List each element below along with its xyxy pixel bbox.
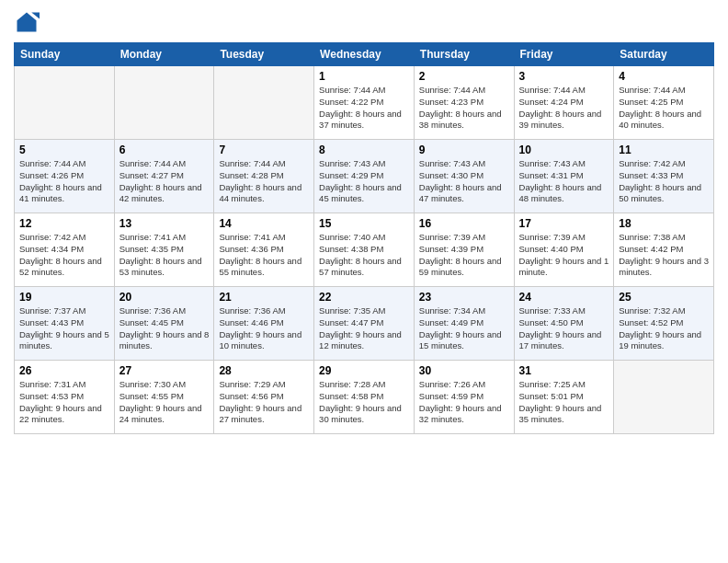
calendar-day-cell: 25Sunrise: 7:32 AM Sunset: 4:52 PM Dayli… xyxy=(614,287,714,361)
weekday-header: Friday xyxy=(514,43,614,66)
calendar-day-cell xyxy=(15,66,115,140)
logo-icon xyxy=(14,9,40,35)
day-info: Sunrise: 7:31 AM Sunset: 4:53 PM Dayligh… xyxy=(19,379,109,426)
day-info: Sunrise: 7:29 AM Sunset: 4:56 PM Dayligh… xyxy=(219,379,309,426)
day-number: 31 xyxy=(519,364,609,377)
day-number: 19 xyxy=(19,291,109,304)
day-number: 7 xyxy=(219,144,309,156)
page-container: SundayMondayTuesdayWednesdayThursdayFrid… xyxy=(0,0,728,563)
day-info: Sunrise: 7:43 AM Sunset: 4:29 PM Dayligh… xyxy=(319,158,409,205)
calendar-week-row: 12Sunrise: 7:42 AM Sunset: 4:34 PM Dayli… xyxy=(15,213,714,287)
day-info: Sunrise: 7:39 AM Sunset: 4:40 PM Dayligh… xyxy=(519,232,609,279)
day-number: 3 xyxy=(519,70,609,83)
calendar-week-row: 1Sunrise: 7:44 AM Sunset: 4:22 PM Daylig… xyxy=(15,66,714,140)
day-info: Sunrise: 7:44 AM Sunset: 4:22 PM Dayligh… xyxy=(319,85,409,132)
day-number: 13 xyxy=(119,217,210,230)
day-info: Sunrise: 7:42 AM Sunset: 4:33 PM Dayligh… xyxy=(619,158,709,205)
calendar-day-cell: 26Sunrise: 7:31 AM Sunset: 4:53 PM Dayli… xyxy=(15,361,115,434)
calendar-day-cell: 20Sunrise: 7:36 AM Sunset: 4:45 PM Dayli… xyxy=(114,287,214,361)
calendar-day-cell: 4Sunrise: 7:44 AM Sunset: 4:25 PM Daylig… xyxy=(614,66,714,140)
day-info: Sunrise: 7:44 AM Sunset: 4:27 PM Dayligh… xyxy=(119,158,210,205)
day-number: 11 xyxy=(619,144,709,156)
day-info: Sunrise: 7:44 AM Sunset: 4:25 PM Dayligh… xyxy=(619,85,709,132)
calendar-day-cell: 10Sunrise: 7:43 AM Sunset: 4:31 PM Dayli… xyxy=(514,140,614,213)
day-number: 28 xyxy=(219,364,309,377)
day-number: 12 xyxy=(19,217,109,230)
svg-marker-0 xyxy=(17,13,37,32)
day-info: Sunrise: 7:28 AM Sunset: 4:58 PM Dayligh… xyxy=(319,379,409,426)
day-info: Sunrise: 7:36 AM Sunset: 4:45 PM Dayligh… xyxy=(119,305,210,352)
day-info: Sunrise: 7:37 AM Sunset: 4:43 PM Dayligh… xyxy=(19,305,109,352)
calendar-day-cell: 30Sunrise: 7:26 AM Sunset: 4:59 PM Dayli… xyxy=(414,361,514,434)
page-header xyxy=(14,9,714,35)
calendar-day-cell: 12Sunrise: 7:42 AM Sunset: 4:34 PM Dayli… xyxy=(15,213,115,287)
calendar-day-cell: 17Sunrise: 7:39 AM Sunset: 4:40 PM Dayli… xyxy=(514,213,614,287)
day-number: 6 xyxy=(119,144,210,156)
calendar-day-cell: 7Sunrise: 7:44 AM Sunset: 4:28 PM Daylig… xyxy=(214,140,314,213)
calendar-day-cell: 23Sunrise: 7:34 AM Sunset: 4:49 PM Dayli… xyxy=(414,287,514,361)
day-number: 16 xyxy=(419,217,509,230)
day-info: Sunrise: 7:34 AM Sunset: 4:49 PM Dayligh… xyxy=(419,305,509,352)
weekday-header: Wednesday xyxy=(314,43,415,66)
day-number: 20 xyxy=(119,291,210,304)
day-info: Sunrise: 7:44 AM Sunset: 4:24 PM Dayligh… xyxy=(519,85,609,132)
calendar-week-row: 26Sunrise: 7:31 AM Sunset: 4:53 PM Dayli… xyxy=(15,361,714,434)
day-info: Sunrise: 7:39 AM Sunset: 4:39 PM Dayligh… xyxy=(419,232,509,279)
weekday-header: Thursday xyxy=(414,43,514,66)
day-number: 29 xyxy=(319,364,409,377)
day-info: Sunrise: 7:41 AM Sunset: 4:36 PM Dayligh… xyxy=(219,232,309,279)
day-number: 1 xyxy=(319,70,409,83)
calendar-week-row: 19Sunrise: 7:37 AM Sunset: 4:43 PM Dayli… xyxy=(15,287,714,361)
day-number: 5 xyxy=(19,144,109,156)
day-info: Sunrise: 7:33 AM Sunset: 4:50 PM Dayligh… xyxy=(519,305,609,352)
calendar-day-cell: 29Sunrise: 7:28 AM Sunset: 4:58 PM Dayli… xyxy=(314,361,415,434)
calendar-day-cell: 24Sunrise: 7:33 AM Sunset: 4:50 PM Dayli… xyxy=(514,287,614,361)
calendar-day-cell: 8Sunrise: 7:43 AM Sunset: 4:29 PM Daylig… xyxy=(314,140,415,213)
weekday-header: Tuesday xyxy=(214,43,314,66)
calendar-week-row: 5Sunrise: 7:44 AM Sunset: 4:26 PM Daylig… xyxy=(15,140,714,213)
day-info: Sunrise: 7:41 AM Sunset: 4:35 PM Dayligh… xyxy=(119,232,210,279)
calendar-table: SundayMondayTuesdayWednesdayThursdayFrid… xyxy=(14,42,714,434)
day-number: 24 xyxy=(519,291,609,304)
calendar-day-cell: 31Sunrise: 7:25 AM Sunset: 5:01 PM Dayli… xyxy=(514,361,614,434)
day-number: 4 xyxy=(619,70,709,83)
calendar-day-cell xyxy=(614,361,714,434)
calendar-day-cell: 13Sunrise: 7:41 AM Sunset: 4:35 PM Dayli… xyxy=(114,213,214,287)
calendar-day-cell: 14Sunrise: 7:41 AM Sunset: 4:36 PM Dayli… xyxy=(214,213,314,287)
calendar-day-cell: 15Sunrise: 7:40 AM Sunset: 4:38 PM Dayli… xyxy=(314,213,415,287)
day-info: Sunrise: 7:40 AM Sunset: 4:38 PM Dayligh… xyxy=(319,232,409,279)
day-info: Sunrise: 7:42 AM Sunset: 4:34 PM Dayligh… xyxy=(19,232,109,279)
day-number: 30 xyxy=(419,364,509,377)
day-info: Sunrise: 7:44 AM Sunset: 4:28 PM Dayligh… xyxy=(219,158,309,205)
logo xyxy=(14,9,43,35)
day-info: Sunrise: 7:30 AM Sunset: 4:55 PM Dayligh… xyxy=(119,379,210,426)
day-info: Sunrise: 7:32 AM Sunset: 4:52 PM Dayligh… xyxy=(619,305,709,352)
day-number: 8 xyxy=(319,144,409,156)
day-number: 27 xyxy=(119,364,210,377)
day-info: Sunrise: 7:44 AM Sunset: 4:23 PM Dayligh… xyxy=(419,85,509,132)
calendar-day-cell: 3Sunrise: 7:44 AM Sunset: 4:24 PM Daylig… xyxy=(514,66,614,140)
calendar-day-cell: 27Sunrise: 7:30 AM Sunset: 4:55 PM Dayli… xyxy=(114,361,214,434)
day-number: 2 xyxy=(419,70,509,83)
day-number: 14 xyxy=(219,217,309,230)
calendar-day-cell: 6Sunrise: 7:44 AM Sunset: 4:27 PM Daylig… xyxy=(114,140,214,213)
day-number: 10 xyxy=(519,144,609,156)
calendar-day-cell xyxy=(114,66,214,140)
calendar-day-cell: 18Sunrise: 7:38 AM Sunset: 4:42 PM Dayli… xyxy=(614,213,714,287)
day-number: 25 xyxy=(619,291,709,304)
calendar-day-cell xyxy=(214,66,314,140)
calendar-day-cell: 28Sunrise: 7:29 AM Sunset: 4:56 PM Dayli… xyxy=(214,361,314,434)
calendar-day-cell: 5Sunrise: 7:44 AM Sunset: 4:26 PM Daylig… xyxy=(15,140,115,213)
day-info: Sunrise: 7:43 AM Sunset: 4:30 PM Dayligh… xyxy=(419,158,509,205)
day-number: 23 xyxy=(419,291,509,304)
calendar-day-cell: 9Sunrise: 7:43 AM Sunset: 4:30 PM Daylig… xyxy=(414,140,514,213)
calendar-day-cell: 11Sunrise: 7:42 AM Sunset: 4:33 PM Dayli… xyxy=(614,140,714,213)
weekday-header: Saturday xyxy=(614,43,714,66)
day-number: 18 xyxy=(619,217,709,230)
day-number: 9 xyxy=(419,144,509,156)
day-info: Sunrise: 7:44 AM Sunset: 4:26 PM Dayligh… xyxy=(19,158,109,205)
day-info: Sunrise: 7:38 AM Sunset: 4:42 PM Dayligh… xyxy=(619,232,709,279)
day-info: Sunrise: 7:25 AM Sunset: 5:01 PM Dayligh… xyxy=(519,379,609,426)
calendar-day-cell: 22Sunrise: 7:35 AM Sunset: 4:47 PM Dayli… xyxy=(314,287,415,361)
day-number: 15 xyxy=(319,217,409,230)
